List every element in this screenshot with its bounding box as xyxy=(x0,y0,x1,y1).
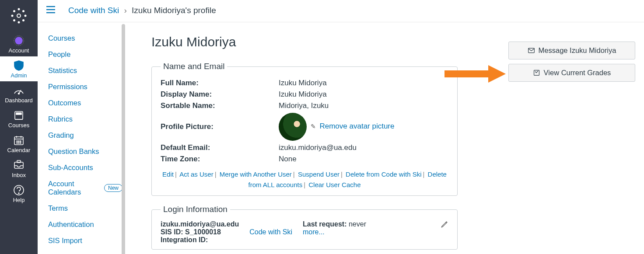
edit-login-icon[interactable] xyxy=(441,220,448,230)
svg-point-24 xyxy=(17,143,18,143)
remove-avatar-link[interactable]: Remove avatar picture xyxy=(319,122,394,130)
svg-rect-27 xyxy=(14,162,23,168)
nav-calendar-label: Calendar xyxy=(0,147,38,153)
user-action-links: Edit| Act as User| Merge with Another Us… xyxy=(161,169,448,190)
nav-help[interactable]: Help xyxy=(0,181,38,206)
default-email-label: Default Email: xyxy=(161,143,279,152)
nav-courses[interactable]: Courses xyxy=(0,106,38,131)
svg-rect-36 xyxy=(534,70,539,76)
svg-rect-28 xyxy=(17,160,21,163)
display-name-label: Display Name: xyxy=(161,90,279,99)
svg-point-0 xyxy=(18,8,20,10)
clear-cache-link[interactable]: Clear User Cache xyxy=(308,181,360,188)
profile-picture-label: Profile Picture: xyxy=(161,122,279,131)
canvas-logo[interactable] xyxy=(0,3,38,31)
time-zone-value: None xyxy=(279,155,297,164)
avatar[interactable] xyxy=(279,113,307,141)
breadcrumb-current: Izuku Midoriya's profile xyxy=(132,6,216,15)
breadcrumb: Code with Ski › Izuku Midoriya's profile xyxy=(68,6,216,15)
svg-rect-37 xyxy=(444,70,488,77)
login-id-value: izuku.midoriya@ua.edu xyxy=(161,220,239,228)
context-nav-rubrics[interactable]: Rubrics xyxy=(48,111,122,127)
svg-point-2 xyxy=(11,15,14,17)
login-account-link[interactable]: Code with Ski xyxy=(249,228,292,236)
nav-dashboard[interactable]: Dashboard xyxy=(0,81,38,106)
svg-line-34 xyxy=(446,223,447,223)
nav-inbox[interactable]: Inbox xyxy=(0,156,38,181)
time-zone-label: Time Zone: xyxy=(161,155,279,164)
svg-point-11 xyxy=(17,65,18,66)
svg-point-1 xyxy=(18,21,20,24)
grades-icon xyxy=(533,69,540,77)
svg-point-21 xyxy=(17,141,18,142)
nav-admin[interactable]: Admin xyxy=(0,56,38,81)
context-nav-statistics[interactable]: Statistics xyxy=(48,63,122,79)
full-name-label: Full Name: xyxy=(161,79,279,87)
svg-point-30 xyxy=(18,193,19,194)
svg-point-5 xyxy=(22,10,24,12)
sis-id-value: S_1000018 xyxy=(185,228,221,236)
page-title: Izuku Midoriya xyxy=(151,35,458,49)
login-more-link[interactable]: more... xyxy=(303,228,325,236)
svg-point-22 xyxy=(18,141,19,142)
section-name-email-legend: Name and Email xyxy=(161,62,227,71)
svg-point-23 xyxy=(20,141,21,142)
badge-new: New xyxy=(104,184,122,192)
annotation-arrow-icon xyxy=(444,63,506,86)
svg-point-10 xyxy=(15,37,22,44)
nav-admin-label: Admin xyxy=(0,72,38,79)
context-nav-account-calendars[interactable]: Account Calendars New xyxy=(48,176,122,200)
context-nav-authentication[interactable]: Authentication xyxy=(48,216,122,233)
default-email-value: izuku.midoriya@ua.edu xyxy=(279,143,357,152)
svg-rect-35 xyxy=(528,48,534,52)
merge-user-link[interactable]: Merge with Another User xyxy=(220,170,292,178)
nav-account[interactable]: Account xyxy=(0,31,38,56)
message-user-button[interactable]: Message Izuku Midoriya xyxy=(508,42,635,59)
last-request-label: Last request: xyxy=(303,220,346,228)
sortable-name-value: Midoriya, Izuku xyxy=(279,101,329,110)
envelope-icon xyxy=(528,47,535,54)
svg-point-4 xyxy=(13,10,15,12)
global-nav: Account Admin Dashboard Courses Calendar… xyxy=(0,0,38,254)
section-login-info: Login Information izuku.midoriya@ua.edu … xyxy=(151,205,458,250)
nav-dashboard-label: Dashboard xyxy=(0,97,38,104)
nav-account-label: Account xyxy=(0,47,38,54)
suspend-user-link[interactable]: Suspend User xyxy=(298,170,340,178)
display-name-value: Izuku Midoriya xyxy=(279,90,327,99)
svg-point-7 xyxy=(22,19,24,21)
svg-point-3 xyxy=(24,15,27,17)
sis-id-label: SIS ID: xyxy=(161,228,183,236)
svg-point-13 xyxy=(18,93,20,94)
breadcrumb-root[interactable]: Code with Ski xyxy=(68,6,119,15)
act-as-user-link[interactable]: Act as User xyxy=(179,170,214,178)
context-nav-question-banks[interactable]: Question Banks xyxy=(48,143,122,160)
hamburger-icon[interactable] xyxy=(46,4,56,17)
topbar: Code with Ski › Izuku Midoriya's profile xyxy=(38,0,644,22)
nav-courses-label: Courses xyxy=(0,122,38,129)
edit-user-link[interactable]: Edit xyxy=(162,170,174,178)
context-nav-outcomes[interactable]: Outcomes xyxy=(48,95,122,111)
edit-avatar-icon[interactable]: ✎ xyxy=(311,123,316,130)
nav-inbox-label: Inbox xyxy=(0,172,38,178)
delete-from-account-link[interactable]: Delete from Code with Ski xyxy=(346,170,421,178)
section-name-email: Name and Email Full Name: Izuku Midoriya… xyxy=(151,62,458,196)
svg-point-26 xyxy=(20,143,21,143)
side-actions: Message Izuku Midoriya View Current Grad… xyxy=(508,42,635,86)
last-request-value: never xyxy=(349,220,366,228)
svg-rect-15 xyxy=(16,113,21,115)
svg-point-25 xyxy=(18,143,19,143)
section-login-info-legend: Login Information xyxy=(161,205,230,214)
context-nav-grading[interactable]: Grading xyxy=(48,127,122,143)
integration-id-label: Integration ID: xyxy=(161,236,208,244)
nav-calendar[interactable]: Calendar xyxy=(0,131,38,156)
context-nav-courses[interactable]: Courses xyxy=(48,30,122,46)
context-nav-permissions[interactable]: Permissions xyxy=(48,79,122,95)
sortable-name-label: Sortable Name: xyxy=(161,101,279,110)
view-grades-button[interactable]: View Current Grades xyxy=(508,64,635,82)
context-nav-sub-accounts[interactable]: Sub-Accounts xyxy=(48,160,122,176)
context-nav-sis-import[interactable]: SIS Import xyxy=(48,233,122,249)
context-nav-terms[interactable]: Terms xyxy=(48,200,122,216)
context-nav-people[interactable]: People xyxy=(48,46,122,63)
svg-point-6 xyxy=(13,19,15,21)
svg-point-8 xyxy=(17,14,21,17)
